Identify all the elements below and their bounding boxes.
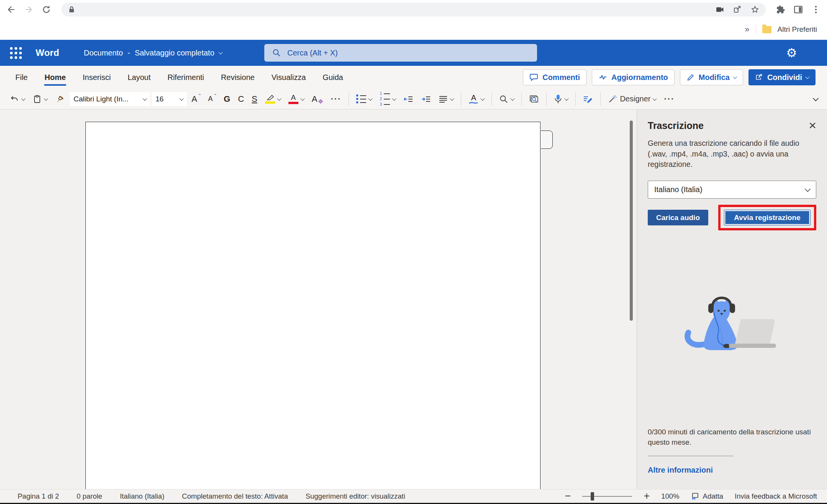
italic-button[interactable]: C xyxy=(235,91,247,107)
tab-home[interactable]: Home xyxy=(40,66,70,89)
editor-suggestions-status[interactable]: Suggerimenti editor: visualizzati xyxy=(306,492,405,501)
comments-label: Commenti xyxy=(542,73,580,82)
dictate-button[interactable] xyxy=(551,91,571,107)
app-name[interactable]: Word xyxy=(36,47,59,58)
language-value: Italiano (Italia) xyxy=(654,185,703,194)
font-color-icon: A xyxy=(288,94,298,104)
share-button[interactable]: Condividi xyxy=(748,69,816,85)
start-recording-button[interactable]: Avvia registrazione xyxy=(724,210,811,225)
numbering-button[interactable]: 1 2 3 xyxy=(377,91,399,107)
bookmarks-divider xyxy=(756,25,756,34)
shrink-font-button[interactable]: Aˇ xyxy=(205,91,219,107)
tab-riferimenti[interactable]: Riferimenti xyxy=(163,66,208,89)
side-panel-icon[interactable] xyxy=(793,5,803,15)
zoom-level[interactable]: 100% xyxy=(661,492,679,501)
vertical-scrollbar[interactable] xyxy=(630,121,633,321)
highlight-button[interactable] xyxy=(262,91,284,107)
font-color-button[interactable]: A xyxy=(285,91,307,107)
more-info-link[interactable]: Altre informazioni xyxy=(648,466,816,475)
tab-guida[interactable]: Guida xyxy=(318,66,347,89)
find-button[interactable] xyxy=(496,91,517,107)
folder-icon xyxy=(762,26,771,33)
bullets-button[interactable] xyxy=(353,91,375,107)
toolbar-overflow-button[interactable]: ··· xyxy=(661,91,678,107)
bookmarks-folder-label[interactable]: Altri Preferiti xyxy=(778,25,817,34)
tab-visualizza[interactable]: Visualizza xyxy=(267,66,310,89)
clear-formatting-icon: A xyxy=(312,94,318,104)
undo-button[interactable] xyxy=(7,91,28,107)
zoom-slider-handle[interactable] xyxy=(591,492,594,501)
comments-button[interactable]: Commenti xyxy=(523,69,586,85)
zoom-controls: − + 100% Adatta Invia feedback a Microso… xyxy=(565,491,817,501)
mode-button[interactable]: Modifica xyxy=(680,69,743,85)
more-font-options-button[interactable]: ··· xyxy=(328,91,344,107)
search-input[interactable]: Cerca (Alt + X) xyxy=(264,44,537,62)
bookmarks-overflow-chevron[interactable]: » xyxy=(745,24,749,34)
zoom-slider[interactable] xyxy=(582,496,632,497)
comment-icon xyxy=(529,73,539,82)
reload-icon[interactable] xyxy=(41,5,51,15)
language-status[interactable]: Italiano (Italia) xyxy=(120,492,164,501)
toolbar-divider xyxy=(546,93,547,106)
editor-button[interactable] xyxy=(580,91,596,107)
panel-title: Trascrizione xyxy=(648,120,704,131)
text-prediction-status[interactable]: Completamento del testo: Attivata xyxy=(182,492,288,501)
chevron-down-icon xyxy=(300,96,305,100)
font-size-select[interactable]: 16 xyxy=(152,92,187,106)
shrink-font-icon: A xyxy=(208,95,213,103)
clipboard-icon xyxy=(33,95,42,104)
app-launcher-icon[interactable] xyxy=(10,47,22,59)
back-icon[interactable] xyxy=(6,5,16,15)
undo-icon xyxy=(10,95,19,104)
underline-icon: S xyxy=(252,94,257,104)
catch-up-button[interactable]: Aggiornamento xyxy=(592,69,675,85)
fit-to-page-button[interactable]: Adatta xyxy=(691,492,724,501)
document-title-group[interactable]: Documento - Salvataggio completato xyxy=(84,49,222,57)
toolbar-divider xyxy=(600,93,601,106)
tab-inserisci[interactable]: Inserisci xyxy=(79,66,115,89)
tab-file[interactable]: File xyxy=(11,66,32,89)
word-count-status[interactable]: 0 parole xyxy=(77,492,102,501)
forward-icon[interactable] xyxy=(24,5,34,15)
designer-wand-icon xyxy=(608,95,617,104)
bold-button[interactable]: G xyxy=(221,91,233,107)
tab-revisione[interactable]: Revisione xyxy=(217,66,259,89)
browser-menu-icon[interactable] xyxy=(811,5,821,15)
camera-icon[interactable] xyxy=(715,5,724,14)
designer-button[interactable]: Designer xyxy=(605,91,659,107)
extensions-icon[interactable] xyxy=(776,5,786,15)
styles-button[interactable]: A xyxy=(465,91,487,107)
feedback-link[interactable]: Invia feedback a Microsoft xyxy=(735,492,817,501)
decrease-indent-button[interactable] xyxy=(400,91,416,107)
font-name-select[interactable]: Calibri Light (In... xyxy=(70,92,150,106)
zoom-in-button[interactable]: + xyxy=(644,491,650,501)
immersive-reader-button[interactable] xyxy=(526,91,542,107)
status-bar: Pagina 1 di 2 0 parole Italiano (Italia)… xyxy=(0,489,827,503)
tab-layout[interactable]: Layout xyxy=(123,66,155,89)
close-icon[interactable]: × xyxy=(809,120,816,130)
underline-button[interactable]: S xyxy=(249,91,260,107)
zoom-out-button[interactable]: − xyxy=(565,491,571,501)
upload-audio-button[interactable]: Carica audio xyxy=(648,210,708,225)
increase-indent-icon xyxy=(421,95,431,104)
address-bar[interactable] xyxy=(61,3,766,16)
bookmark-star-icon[interactable] xyxy=(750,5,760,14)
editor-pen-icon xyxy=(583,95,593,104)
share-icon[interactable] xyxy=(733,5,742,14)
alignment-button[interactable] xyxy=(436,91,457,107)
grow-font-button[interactable]: Aˆ xyxy=(188,91,203,107)
increase-indent-button[interactable] xyxy=(418,91,434,107)
chevron-down-icon xyxy=(368,96,373,100)
comment-margin-tab[interactable] xyxy=(541,130,553,149)
format-painter-button[interactable] xyxy=(52,91,68,107)
paste-button[interactable] xyxy=(29,91,51,107)
settings-gear-icon[interactable]: ⚙ xyxy=(786,47,797,59)
numbered-list-icon: 1 2 3 xyxy=(380,92,390,106)
ribbon-toolbar: Calibri Light (In... 16 Aˆ Aˇ G C S A xyxy=(0,89,827,109)
document-page[interactable] xyxy=(85,122,540,489)
chevron-down-icon xyxy=(653,96,657,100)
language-select[interactable]: Italiano (Italia) xyxy=(648,181,816,199)
page-count-status[interactable]: Pagina 1 di 2 xyxy=(18,492,59,501)
clear-formatting-button[interactable]: A xyxy=(309,91,326,107)
collapse-ribbon-button[interactable] xyxy=(814,96,820,103)
